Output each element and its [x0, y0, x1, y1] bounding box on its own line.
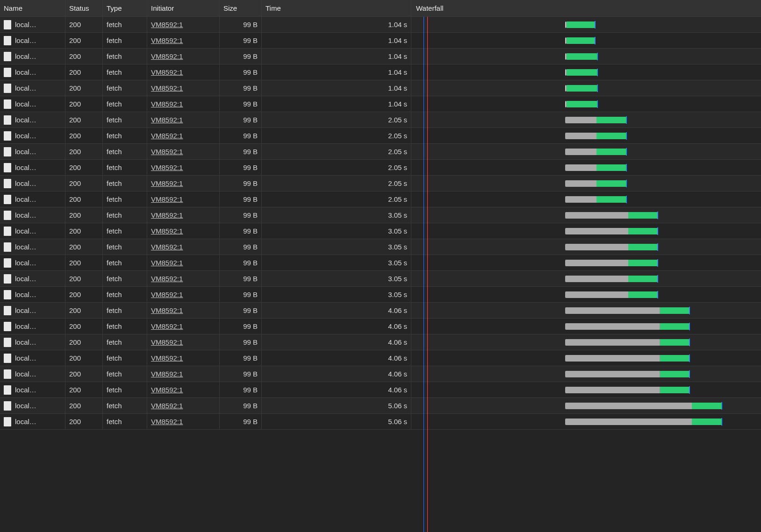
initiator-link[interactable]: VM8592:1 — [151, 275, 183, 283]
cell-name[interactable]: local… — [0, 160, 65, 175]
waterfall-bar[interactable] — [565, 307, 689, 314]
initiator-link[interactable]: VM8592:1 — [151, 84, 183, 92]
initiator-link[interactable]: VM8592:1 — [151, 418, 183, 426]
table-row[interactable]: local… 200 fetch VM8592:1 99 B 1.04 s — [0, 17, 761, 33]
waterfall-bar[interactable] — [565, 244, 658, 250]
table-row[interactable]: local… 200 fetch VM8592:1 99 B 4.06 s — [0, 319, 761, 334]
cell-waterfall[interactable] — [411, 64, 761, 80]
cell-waterfall[interactable] — [411, 144, 761, 159]
waterfall-bar[interactable] — [565, 69, 597, 76]
waterfall-bar[interactable] — [565, 291, 658, 298]
table-row[interactable]: local… 200 fetch VM8592:1 99 B 2.05 s — [0, 160, 761, 176]
table-row[interactable]: local… 200 fetch VM8592:1 99 B 1.04 s — [0, 80, 761, 96]
table-row[interactable]: local… 200 fetch VM8592:1 99 B 2.05 s — [0, 128, 761, 144]
cell-waterfall[interactable] — [411, 33, 761, 48]
table-row[interactable]: local… 200 fetch VM8592:1 99 B 4.06 s — [0, 334, 761, 350]
cell-waterfall[interactable] — [411, 17, 761, 32]
cell-name[interactable]: local… — [0, 128, 65, 143]
table-row[interactable]: local… 200 fetch VM8592:1 99 B 1.04 s — [0, 49, 761, 64]
table-row[interactable]: local… 200 fetch VM8592:1 99 B 3.05 s — [0, 287, 761, 303]
waterfall-bar[interactable] — [565, 196, 626, 203]
cell-name[interactable]: local… — [0, 96, 65, 112]
cell-waterfall[interactable] — [411, 255, 761, 270]
cell-waterfall[interactable] — [411, 112, 761, 128]
cell-name[interactable]: local… — [0, 49, 65, 64]
initiator-link[interactable]: VM8592:1 — [151, 211, 183, 219]
initiator-link[interactable]: VM8592:1 — [151, 179, 183, 187]
cell-waterfall[interactable] — [411, 366, 761, 382]
initiator-link[interactable]: VM8592:1 — [151, 386, 183, 394]
waterfall-bar[interactable] — [565, 149, 626, 155]
cell-name[interactable]: local… — [0, 350, 65, 366]
cell-name[interactable]: local… — [0, 239, 65, 255]
table-row[interactable]: local… 200 fetch VM8592:1 99 B 2.05 s — [0, 176, 761, 192]
table-row[interactable]: local… 200 fetch VM8592:1 99 B 1.04 s — [0, 33, 761, 49]
cell-waterfall[interactable] — [411, 319, 761, 334]
cell-waterfall[interactable] — [411, 350, 761, 366]
cell-name[interactable]: local… — [0, 334, 65, 350]
cell-waterfall[interactable] — [411, 382, 761, 397]
initiator-link[interactable]: VM8592:1 — [151, 370, 183, 378]
cell-waterfall[interactable] — [411, 128, 761, 143]
waterfall-bar[interactable] — [565, 180, 626, 187]
table-row[interactable]: local… 200 fetch VM8592:1 99 B 1.04 s — [0, 64, 761, 80]
table-row[interactable]: local… 200 fetch VM8592:1 99 B 4.06 s — [0, 382, 761, 398]
cell-waterfall[interactable] — [411, 239, 761, 255]
col-header-status[interactable]: Status — [65, 0, 103, 16]
cell-name[interactable]: local… — [0, 192, 65, 207]
initiator-link[interactable]: VM8592:1 — [151, 132, 183, 140]
table-row[interactable]: local… 200 fetch VM8592:1 99 B 3.05 s — [0, 207, 761, 223]
cell-name[interactable]: local… — [0, 144, 65, 159]
cell-name[interactable]: local… — [0, 33, 65, 48]
cell-name[interactable]: local… — [0, 382, 65, 397]
waterfall-bar[interactable] — [565, 276, 658, 282]
waterfall-bar[interactable] — [565, 403, 722, 409]
col-header-time[interactable]: Time — [262, 0, 411, 16]
cell-waterfall[interactable] — [411, 192, 761, 207]
waterfall-bar[interactable] — [565, 101, 597, 107]
cell-name[interactable]: local… — [0, 207, 65, 223]
initiator-link[interactable]: VM8592:1 — [151, 36, 183, 44]
cell-waterfall[interactable] — [411, 207, 761, 223]
cell-name[interactable]: local… — [0, 112, 65, 128]
cell-waterfall[interactable] — [411, 80, 761, 96]
initiator-link[interactable]: VM8592:1 — [151, 68, 183, 76]
table-row[interactable]: local… 200 fetch VM8592:1 99 B 4.06 s — [0, 303, 761, 319]
table-row[interactable]: local… 200 fetch VM8592:1 99 B 2.05 s — [0, 144, 761, 160]
waterfall-bar[interactable] — [565, 355, 689, 362]
cell-waterfall[interactable] — [411, 303, 761, 318]
cell-name[interactable]: local… — [0, 176, 65, 191]
initiator-link[interactable]: VM8592:1 — [151, 306, 183, 314]
initiator-link[interactable]: VM8592:1 — [151, 322, 183, 330]
cell-name[interactable]: local… — [0, 80, 65, 96]
initiator-link[interactable]: VM8592:1 — [151, 116, 183, 124]
table-row[interactable]: local… 200 fetch VM8592:1 99 B 2.05 s — [0, 112, 761, 128]
waterfall-bar[interactable] — [565, 37, 595, 44]
initiator-link[interactable]: VM8592:1 — [151, 227, 183, 235]
cell-name[interactable]: local… — [0, 64, 65, 80]
table-row[interactable]: local… 200 fetch VM8592:1 99 B 3.05 s — [0, 255, 761, 271]
table-row[interactable]: local… 200 fetch VM8592:1 99 B 3.05 s — [0, 271, 761, 287]
waterfall-bar[interactable] — [565, 85, 597, 92]
col-header-type[interactable]: Type — [103, 0, 147, 16]
cell-name[interactable]: local… — [0, 398, 65, 413]
table-row[interactable]: local… 200 fetch VM8592:1 99 B 2.05 s — [0, 192, 761, 207]
cell-name[interactable]: local… — [0, 17, 65, 32]
waterfall-bar[interactable] — [565, 228, 658, 234]
initiator-link[interactable]: VM8592:1 — [151, 52, 183, 60]
table-row[interactable]: local… 200 fetch VM8592:1 99 B 3.05 s — [0, 239, 761, 255]
waterfall-bar[interactable] — [565, 323, 689, 330]
col-header-name[interactable]: Name — [0, 0, 65, 16]
cell-waterfall[interactable] — [411, 414, 761, 429]
initiator-link[interactable]: VM8592:1 — [151, 291, 183, 298]
cell-waterfall[interactable] — [411, 160, 761, 175]
cell-waterfall[interactable] — [411, 96, 761, 112]
cell-waterfall[interactable] — [411, 49, 761, 64]
waterfall-bar[interactable] — [565, 371, 689, 377]
cell-waterfall[interactable] — [411, 271, 761, 286]
cell-name[interactable]: local… — [0, 287, 65, 302]
initiator-link[interactable]: VM8592:1 — [151, 195, 183, 203]
cell-waterfall[interactable] — [411, 398, 761, 413]
table-row[interactable]: local… 200 fetch VM8592:1 99 B 4.06 s — [0, 350, 761, 366]
initiator-link[interactable]: VM8592:1 — [151, 338, 183, 346]
